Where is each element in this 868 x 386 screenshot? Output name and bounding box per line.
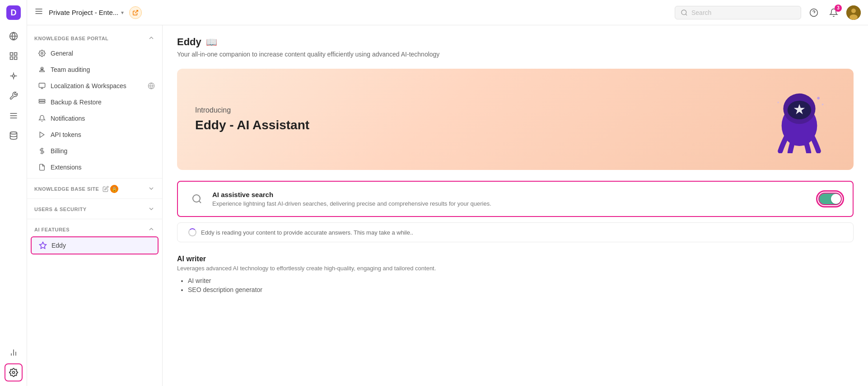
svg-rect-6 <box>10 57 13 60</box>
svg-point-53 <box>777 102 779 104</box>
sidebar-item-localization[interactable]: Localization & Workspaces <box>27 78 162 94</box>
kb-portal-collapse-btn[interactable] <box>148 34 155 42</box>
nav-globe[interactable] <box>5 27 23 45</box>
reading-status-text: Eddy is reading your content to provide … <box>201 229 413 236</box>
svg-point-20 <box>12 372 14 374</box>
sidebar-item-team-auditing[interactable]: Team auditing <box>27 61 162 78</box>
feature-search-desc: Experience lightning fast AI-driven sear… <box>212 200 811 207</box>
notifications-button[interactable]: 3 <box>826 5 841 20</box>
sidebar-section-kb-portal: KNOWLEDGE BASE PORTAL <box>27 31 162 45</box>
svg-point-25 <box>681 10 686 15</box>
svg-text:D: D <box>10 8 16 17</box>
ai-writer-section: AI writer Leverages advanced AI technolo… <box>177 248 854 299</box>
menu-icon[interactable] <box>34 7 43 18</box>
feature-search-content: AI assistive search Experience lightning… <box>212 191 811 207</box>
svg-line-55 <box>199 201 201 203</box>
page-subtitle: Your all-in-one companion to increase co… <box>177 51 854 58</box>
svg-line-26 <box>686 14 687 15</box>
book-icon: 📖 <box>206 37 217 47</box>
svg-point-8 <box>12 75 14 77</box>
api-icon <box>38 131 46 139</box>
sidebar-item-backup[interactable]: Backup & Restore <box>27 94 162 110</box>
main-container: Private Project - Ente... ▾ Search 3 <box>27 0 868 386</box>
external-link-button[interactable] <box>129 6 142 19</box>
sidebar-item-general[interactable]: General <box>27 45 162 61</box>
promo-intro: Introducing <box>195 106 309 114</box>
nav-tools[interactable] <box>5 87 23 105</box>
sidebar: KNOWLEDGE BASE PORTAL General Team audit… <box>27 25 163 386</box>
sidebar-item-notifications[interactable]: Notifications <box>27 110 162 127</box>
user-avatar[interactable] <box>846 5 861 20</box>
ai-writer-list-item-1: AI writer <box>188 277 854 284</box>
page-title-row: Eddy 📖 <box>177 36 854 48</box>
svg-rect-7 <box>14 57 17 60</box>
promo-banner: Introducing Eddy - AI Assistant <box>177 69 854 170</box>
svg-point-32 <box>41 52 43 54</box>
icon-bar: D <box>0 0 27 386</box>
sidebar-section-ai: AI FEATURES <box>27 222 162 236</box>
users-expand-btn[interactable] <box>148 205 155 213</box>
reading-spinner <box>188 228 196 236</box>
main-content: Eddy 📖 Your all-in-one companion to incr… <box>163 25 868 386</box>
sidebar-item-eddy[interactable]: Eddy <box>31 236 159 254</box>
svg-point-16 <box>10 132 17 134</box>
svg-rect-5 <box>14 53 17 56</box>
search-bar[interactable]: Search <box>675 6 801 19</box>
billing-icon <box>38 147 46 155</box>
ai-search-toggle-container <box>818 193 842 205</box>
audit-icon <box>38 66 46 74</box>
page-title: Eddy <box>177 36 201 48</box>
svg-point-52 <box>822 104 824 105</box>
svg-point-31 <box>849 14 858 20</box>
svg-marker-44 <box>40 132 44 137</box>
ai-writer-list-item-2: SEO description generator <box>188 286 854 293</box>
svg-marker-46 <box>40 242 47 249</box>
svg-rect-4 <box>10 53 13 56</box>
sidebar-item-extensions[interactable]: Extensions <box>27 159 162 175</box>
svg-rect-40 <box>39 99 45 101</box>
bell-icon <box>38 114 46 122</box>
ai-collapse-btn[interactable] <box>148 226 155 234</box>
svg-rect-41 <box>39 102 45 103</box>
nav-dashboard[interactable] <box>5 47 23 65</box>
app-logo[interactable]: D <box>5 5 22 21</box>
project-title[interactable]: Private Project - Ente... ▾ <box>49 9 124 16</box>
svg-point-51 <box>817 97 820 99</box>
promo-mascot <box>763 83 835 155</box>
eddy-icon <box>39 241 47 249</box>
feature-search-icon <box>189 191 205 207</box>
localization-icon <box>38 82 46 90</box>
sidebar-item-billing[interactable]: Billing <box>27 143 162 159</box>
feature-search-title: AI assistive search <box>212 191 811 198</box>
ai-search-card: AI assistive search Experience lightning… <box>177 181 854 217</box>
content-area: KNOWLEDGE BASE PORTAL General Team audit… <box>27 25 868 386</box>
sidebar-section-kb-site: KNOWLEDGE BASE SITE 🔒 <box>27 181 162 196</box>
nav-data[interactable] <box>5 127 23 145</box>
backup-icon <box>38 98 46 106</box>
help-button[interactable] <box>807 5 821 20</box>
svg-rect-35 <box>39 83 45 87</box>
svg-line-24 <box>135 10 138 13</box>
promo-heading: Eddy - AI Assistant <box>195 118 309 132</box>
promo-text: Introducing Eddy - AI Assistant <box>195 106 309 132</box>
toggle-thumb <box>831 194 841 204</box>
nav-connections[interactable] <box>5 67 23 85</box>
reading-status: Eddy is reading your content to provide … <box>177 222 854 242</box>
gear-small-icon <box>38 49 46 57</box>
ai-writer-title: AI writer <box>177 255 854 263</box>
nav-list[interactable] <box>5 107 23 125</box>
sidebar-section-users: USERS & SECURITY <box>27 202 162 216</box>
sidebar-item-api[interactable]: API tokens <box>27 127 162 143</box>
ai-search-toggle[interactable] <box>818 193 842 205</box>
header-actions: 3 <box>807 5 861 20</box>
notification-badge: 3 <box>835 5 842 12</box>
nav-settings[interactable] <box>5 363 23 381</box>
extensions-icon <box>38 163 46 171</box>
top-header: Private Project - Ente... ▾ Search 3 <box>27 0 868 25</box>
kb-site-expand-btn[interactable] <box>148 185 155 193</box>
project-dropdown-arrow: ▾ <box>121 9 124 16</box>
svg-point-30 <box>851 9 856 13</box>
nav-analytics[interactable] <box>5 344 23 362</box>
ai-writer-desc: Leverages advanced AI technology to effo… <box>177 265 854 272</box>
ai-writer-list: AI writer SEO description generator <box>177 277 854 293</box>
